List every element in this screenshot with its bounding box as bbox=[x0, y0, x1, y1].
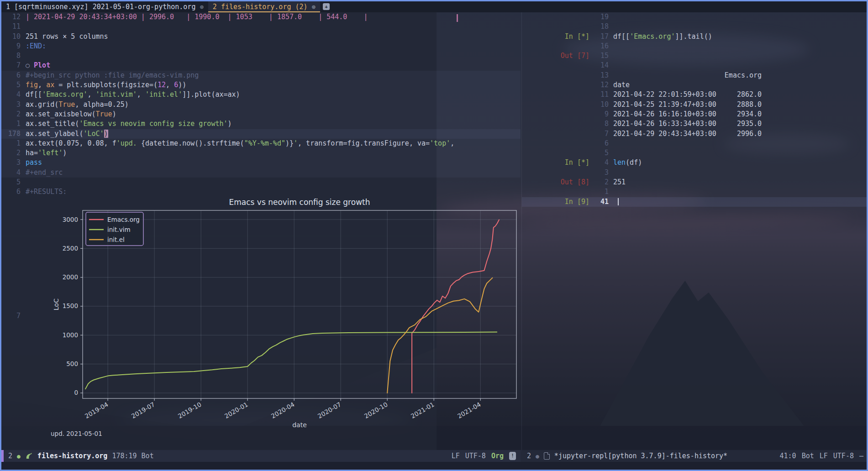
tab-active[interactable]: 2 files-history.org (2)⊗ bbox=[208, 1, 320, 12]
inline-image-line-number: 7 bbox=[3, 312, 21, 320]
code-line[interactable]: Out [7]15 bbox=[522, 51, 868, 61]
code-line[interactable]: 16 bbox=[522, 42, 868, 51]
line-text: ax.set_axisbelow(True) bbox=[26, 110, 116, 119]
code-line[interactable]: 4#+end_src bbox=[1, 168, 521, 178]
line-text: #+RESULTS: bbox=[26, 187, 67, 197]
svg-text:init.vim: init.vim bbox=[107, 226, 131, 233]
token: 12 bbox=[158, 81, 166, 89]
code-line[interactable]: 1 bbox=[522, 187, 868, 197]
token: {datetime.now().strftime( bbox=[141, 139, 244, 147]
code-line[interactable]: 8 bbox=[1, 51, 521, 61]
code-line[interactable]: 1ax.set_title('Emacs vs neovim config si… bbox=[1, 119, 521, 129]
code-line[interactable]: In [9]41 bbox=[522, 197, 868, 207]
file-icon bbox=[544, 452, 550, 460]
line-text: pass bbox=[26, 158, 42, 167]
echo-area[interactable] bbox=[1, 462, 867, 470]
modeline-org[interactable]: 2 ● files-history.org 178:19 Bot LF UTF-… bbox=[1, 450, 521, 462]
code-line[interactable]: In [*]17df[['Emacs.org']].tail() bbox=[522, 32, 868, 42]
svg-text:Emacs vs neovim config size gr: Emacs vs neovim config size growth bbox=[229, 198, 370, 207]
code-line[interactable]: Out [8]2251 bbox=[522, 178, 868, 187]
token: ) bbox=[228, 120, 232, 128]
code-line[interactable]: 178ax.set_ylabel('LoC') bbox=[1, 129, 521, 139]
code-line[interactable]: 11 bbox=[1, 22, 521, 31]
code-line[interactable]: 82021-04-26 16:33:34+03:00 2935.0 bbox=[522, 119, 868, 129]
token: , bbox=[87, 90, 95, 99]
code-line[interactable]: 2ha='left') bbox=[1, 148, 521, 158]
code-line[interactable]: 12date bbox=[522, 80, 868, 90]
code-line[interactable]: 92021-04-26 16:16:10+03:00 2934.0 bbox=[522, 110, 868, 119]
svg-text:2020-10: 2020-10 bbox=[363, 401, 389, 420]
code-line[interactable]: 14 bbox=[522, 61, 868, 70]
code-line[interactable]: 18 bbox=[522, 22, 868, 31]
org-buffer-window[interactable]: 12| 2021-04-29 20:43:34+03:00 | 2996.0 |… bbox=[1, 12, 521, 197]
code-line[interactable]: 3ax.grid(True, alpha=0.25) bbox=[1, 100, 521, 110]
code-line[interactable]: In [*]4len(df) bbox=[522, 158, 868, 167]
line-text: :END: bbox=[26, 42, 46, 51]
major-mode[interactable]: Org bbox=[491, 452, 504, 460]
modeline-repl[interactable]: 2 ● *jupyter-repl[python 3.7.9]-files-hi… bbox=[521, 450, 868, 462]
code-line[interactable]: 3 bbox=[522, 168, 868, 178]
line-number: 18 bbox=[589, 22, 609, 31]
code-line[interactable]: 12| 2021-04-29 20:43:34+03:00 | 2996.0 |… bbox=[1, 12, 521, 22]
svg-text:500: 500 bbox=[66, 360, 78, 367]
code-line[interactable]: 5 bbox=[522, 148, 868, 158]
svg-text:2019-07: 2019-07 bbox=[130, 401, 156, 420]
line-text: ax.grid(True, alpha=0.25) bbox=[26, 100, 129, 110]
token: 2021-04-22 22:01:59+03:00 2862.0 bbox=[613, 90, 762, 99]
token: fig bbox=[26, 81, 38, 89]
inactive-window-cursor bbox=[457, 14, 458, 22]
token: , transform=fig.transFigure, va= bbox=[298, 139, 430, 147]
code-line[interactable]: 2ax.set_axisbelow(True) bbox=[1, 110, 521, 119]
token: ha= bbox=[26, 149, 38, 157]
line-text: ○ Plot bbox=[26, 61, 50, 70]
token: 251 rows × 5 columns bbox=[26, 32, 108, 41]
token: pass bbox=[26, 158, 42, 167]
token: Plot bbox=[34, 61, 50, 69]
code-line[interactable]: 3pass bbox=[1, 158, 521, 167]
tab-close-icon[interactable]: ⊗ bbox=[200, 3, 203, 10]
modeline-accent-bar bbox=[1, 450, 4, 462]
line-number: 12 bbox=[3, 12, 21, 22]
token: ax.set_title( bbox=[26, 120, 79, 128]
line-text: 2021-04-29 20:43:34+03:00 2996.0 bbox=[613, 129, 762, 139]
code-line[interactable]: 72021-04-29 20:43:34+03:00 2996.0 bbox=[522, 129, 868, 139]
tab-close-icon[interactable]: ⊗ bbox=[312, 3, 316, 10]
code-line[interactable]: 102021-04-25 21:39:47+03:00 2888.0 bbox=[522, 100, 868, 110]
code-line[interactable]: 9:END: bbox=[1, 42, 521, 51]
line-number: 4 bbox=[3, 168, 21, 178]
svg-text:upd. 2021-05-01: upd. 2021-05-01 bbox=[51, 430, 102, 437]
code-line[interactable]: 6 bbox=[522, 139, 868, 148]
code-line[interactable]: 112021-04-22 22:01:59+03:00 2862.0 bbox=[522, 90, 868, 99]
code-line[interactable]: 4df[['Emacs.org', 'init.vim', 'init.el']… bbox=[1, 90, 521, 99]
token: 2021-04-29 20:43:34+03:00 2996.0 bbox=[613, 130, 762, 138]
code-line[interactable]: 6#+begin_src python :file img/emacs-vim.… bbox=[1, 71, 521, 80]
line-number: 6 bbox=[3, 71, 21, 80]
jupyter-repl-window[interactable]: 1918In [*]17df[['Emacs.org']].tail()16Ou… bbox=[522, 12, 868, 207]
code-line[interactable]: 5 bbox=[1, 178, 521, 187]
new-tab-button[interactable]: + bbox=[323, 3, 330, 10]
svg-text:1000: 1000 bbox=[63, 331, 78, 339]
results-plot: 0500100015002000250030002019-042019-0720… bbox=[45, 197, 529, 445]
token: ' bbox=[294, 139, 298, 147]
token: 'LoC' bbox=[83, 130, 104, 138]
code-line[interactable]: 10251 rows × 5 columns bbox=[1, 32, 521, 42]
eol-indicator: LF bbox=[820, 452, 828, 460]
code-line[interactable]: 19 bbox=[522, 12, 868, 22]
svg-text:3000: 3000 bbox=[63, 216, 78, 223]
svg-text:2500: 2500 bbox=[63, 245, 78, 252]
line-number: 2 bbox=[3, 148, 21, 158]
org-buffer-lines: 12| 2021-04-29 20:43:34+03:00 | 2996.0 |… bbox=[1, 12, 521, 197]
code-line[interactable]: 13 Emacs.org bbox=[522, 71, 868, 80]
tab-inactive[interactable]: 1 [sqrtminusone.xyz] 2021-05-01-org-pyth… bbox=[1, 1, 208, 12]
code-line[interactable]: 6#+RESULTS: bbox=[1, 187, 521, 197]
line-text: 2021-04-22 22:01:59+03:00 2862.0 bbox=[613, 90, 762, 99]
token: Emacs.org bbox=[613, 71, 762, 79]
line-number: 5 bbox=[3, 80, 21, 90]
line-number: 4 bbox=[589, 158, 609, 167]
repl-cursor bbox=[618, 198, 619, 205]
code-line[interactable]: 1ax.text(0.075, 0.08, f'upd. {datetime.n… bbox=[1, 139, 521, 148]
code-line[interactable]: 7○ Plot bbox=[1, 61, 521, 70]
code-line[interactable]: 5fig, ax = plt.subplots(figsize=(12, 6)) bbox=[1, 80, 521, 90]
token: , bbox=[137, 90, 145, 99]
line-number: 3 bbox=[3, 100, 21, 110]
